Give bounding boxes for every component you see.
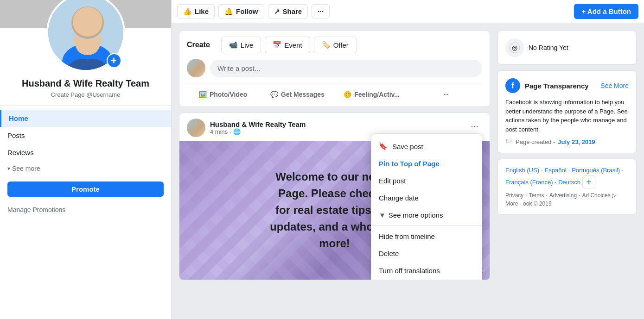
lang-espanol[interactable]: Español: [545, 167, 567, 174]
no-rating-text: No Rating Yet: [529, 44, 568, 51]
nav-reviews[interactable]: Reviews: [0, 144, 171, 161]
feeling-button[interactable]: 😊 Feeling/Activ...: [336, 88, 408, 101]
offer-button[interactable]: 🏷️ Offer: [314, 37, 357, 53]
terms-link[interactable]: Terms: [529, 192, 544, 199]
page-name: Husband & Wife Realty Team: [7, 77, 164, 89]
three-dot-button[interactable]: ···: [467, 119, 482, 133]
thumbs-up-icon: 👍: [183, 7, 192, 16]
dropdown-separator: [371, 225, 482, 226]
post-author: Husband & Wife Realty Team: [210, 120, 482, 128]
more-options-button[interactable]: ···: [312, 4, 330, 19]
lang-portuguese[interactable]: Português (Brasil): [572, 167, 620, 174]
facebook-icon: f: [505, 78, 520, 93]
share-icon: ↗: [274, 7, 280, 16]
add-language-button[interactable]: +: [582, 175, 595, 188]
emoji-icon: 😊: [344, 91, 351, 98]
photo-icon: 🖼️: [199, 91, 207, 98]
dot-separator: ·: [230, 128, 231, 135]
create-post-box: Create 📹 Live 📅 Event 🏷️ Offer: [179, 31, 490, 107]
page-username[interactable]: Create Page @Username: [0, 91, 171, 98]
nav-home[interactable]: Home: [0, 110, 171, 127]
flag-icon: 🏳️: [505, 138, 513, 145]
avatar-container: +: [0, 0, 171, 72]
get-messages-button[interactable]: 💬 Get Messages: [261, 88, 333, 101]
promote-button[interactable]: Promote: [7, 181, 164, 197]
post-avatar: [187, 119, 205, 137]
nav-posts[interactable]: Posts: [0, 127, 171, 144]
write-post-input[interactable]: Write a post...: [210, 60, 482, 77]
feed: Create 📹 Live 📅 Event 🏷️ Offer: [179, 31, 490, 312]
nav-menu: Home Posts Reviews ▾ See more: [0, 106, 171, 176]
live-icon: 📹: [229, 41, 238, 49]
transparency-see-more[interactable]: See More: [600, 82, 629, 89]
no-rating: ◎ No Rating Yet: [505, 38, 629, 57]
post-options: 🖼️ Photo/Video 💬 Get Messages 😊 Feeling/…: [187, 83, 482, 101]
edit-post-item[interactable]: Edit post: [371, 172, 482, 189]
create-label: Create: [187, 37, 217, 53]
footer-links: Privacy · Terms · Advertising · Ad Choic…: [505, 192, 629, 207]
language-links: English (US) · Español · Português (Bras…: [505, 167, 629, 188]
write-avatar: [187, 59, 205, 77]
globe-icon: [233, 128, 241, 135]
bell-icon: 🔔: [224, 7, 233, 16]
follow-button[interactable]: 🔔 Follow: [218, 4, 264, 19]
post-dropdown-menu: 🔖 Save post Pin to Top of Page Edit post…: [371, 133, 482, 280]
svg-point-3: [73, 7, 102, 37]
offer-icon: 🏷️: [322, 41, 331, 49]
delete-item[interactable]: Delete: [371, 245, 482, 262]
page-created-date: July 23, 2019: [558, 138, 595, 145]
main-content: Create 📹 Live 📅 Event 🏷️ Offer: [172, 23, 644, 319]
change-date-item[interactable]: Change date: [371, 189, 482, 206]
lang-deutsch[interactable]: Deutsch: [558, 179, 580, 186]
create-tabs: Create 📹 Live 📅 Event 🏷️ Offer: [187, 37, 482, 53]
rating-icon: ◎: [505, 38, 524, 57]
right-sidebar: ◎ No Rating Yet f Page Transparency See …: [497, 31, 637, 312]
calendar-icon: 📅: [273, 41, 281, 49]
chevron-down-icon: ▼: [379, 211, 386, 219]
svg-text:◎: ◎: [512, 44, 517, 51]
rating-card: ◎ No Rating Yet: [497, 31, 637, 65]
event-button[interactable]: 📅 Event: [265, 37, 310, 53]
lang-english[interactable]: English (US): [505, 167, 539, 174]
messenger-icon: 💬: [270, 91, 278, 98]
write-post-area: Write a post...: [187, 59, 482, 77]
more-link[interactable]: More ·: [505, 200, 521, 207]
left-sidebar: + Husband & Wife Realty Team Create Page…: [0, 0, 172, 319]
see-more-options-item[interactable]: ▼ See more options: [371, 206, 482, 224]
nav-see-more[interactable]: ▾ See more: [0, 161, 171, 176]
add-photo-icon[interactable]: +: [107, 53, 121, 68]
more-icon: ···: [443, 91, 449, 98]
page-created: 🏳️ Page created - July 23, 2019: [505, 138, 629, 145]
post-header: Husband & Wife Realty Team 4 mins · ···: [179, 113, 490, 141]
transparency-description: Facebook is showing information to help …: [505, 98, 629, 134]
privacy-link[interactable]: Privacy: [505, 192, 523, 199]
ad-choices-link[interactable]: Ad Choices ▷: [582, 192, 616, 199]
pin-to-top-item[interactable]: Pin to Top of Page: [371, 155, 482, 172]
post-time: 4 mins: [210, 128, 228, 135]
share-button[interactable]: ↗ Share: [268, 4, 308, 19]
ellipsis-icon: ···: [318, 7, 324, 15]
more-post-options-button[interactable]: ···: [410, 88, 482, 101]
languages-card: English (US) · Español · Português (Bras…: [497, 159, 637, 215]
turn-off-translations-item[interactable]: Turn off translations: [371, 262, 482, 279]
save-post-item[interactable]: 🔖 Save post: [371, 138, 482, 155]
bookmark-icon: 🔖: [379, 142, 388, 150]
lang-french[interactable]: Français (France): [505, 179, 553, 186]
photo-video-button[interactable]: 🖼️ Photo/Video: [187, 88, 259, 101]
hide-from-timeline-item[interactable]: Hide from timeline: [371, 228, 482, 245]
transparency-title: Page Transparency: [525, 82, 596, 90]
post-card: Husband & Wife Realty Team 4 mins · ···: [179, 113, 490, 280]
chevron-down-icon: ▾: [7, 165, 10, 172]
transparency-card: f Page Transparency See More Facebook is…: [497, 70, 637, 153]
advertising-link[interactable]: Advertising: [549, 192, 577, 199]
transparency-header: f Page Transparency See More: [505, 78, 629, 93]
like-button[interactable]: 👍 Like: [177, 4, 215, 19]
top-action-bar: 👍 Like 🔔 Follow ↗ Share ··· + Add a Butt…: [172, 0, 644, 23]
copyright-text: ook © 2019: [523, 200, 552, 207]
add-button[interactable]: + Add a Button: [574, 4, 638, 19]
manage-promotions-link[interactable]: Manage Promotions: [0, 202, 171, 217]
live-button[interactable]: 📹 Live: [221, 37, 261, 53]
